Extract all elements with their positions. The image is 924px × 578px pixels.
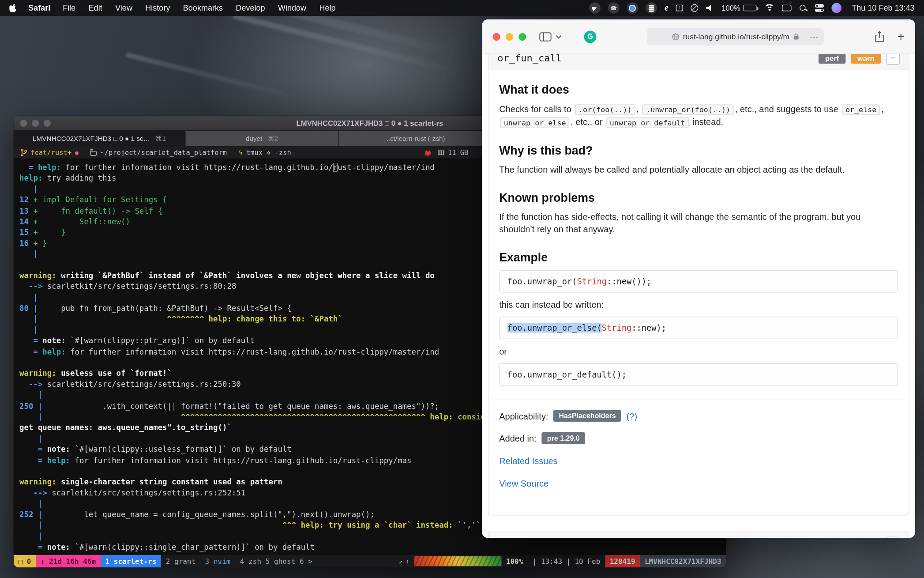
tmux-battery: 100% [501,555,528,567]
chevron-down-icon[interactable] [556,34,561,38]
added-in-label: Added in: [499,433,537,443]
lint-group-badge: perf [819,54,845,64]
zoom-button[interactable] [518,33,526,40]
tmux-hostname: LMVNHCC02X71XFJHD3 [640,555,726,567]
telegram-icon[interactable] [589,2,600,13]
added-in-row: Added in: pre 1.29.0 [499,432,898,444]
separator: | [566,557,571,566]
menu-edit[interactable]: Edit [82,4,109,12]
lint-card-or-fun-call: or_fun_call perf warn − What it does Che… [488,54,909,516]
view-source-link[interactable]: View Source [499,478,548,488]
session-name: tmux ⋄ -zsh [246,148,291,157]
known-problems-text: If the function has side-effects, not ca… [499,211,898,235]
close-button[interactable] [492,33,500,40]
collapse-button[interactable]: − [886,54,900,65]
lint-header: unnecessary_lazy_evaluations style warn … [488,531,909,538]
ladybug-icon[interactable] [425,150,431,155]
branch-name: feat/rust+ [30,148,71,157]
minimize-button[interactable] [32,119,39,126]
menu-develop[interactable]: Develop [229,4,272,12]
expand-button[interactable]: + [886,536,900,538]
minimize-button[interactable] [506,33,513,40]
git-branch-indicator[interactable]: feat/rust+ ● [21,148,79,157]
menu-window[interactable]: Window [271,4,313,12]
tmux-window-3[interactable]: 3 nvim [200,555,235,567]
display-icon[interactable] [782,5,792,11]
tmux-session-flag[interactable]: □ 0 [14,555,36,567]
separator: | [533,557,537,566]
what-it-does-heading: What it does [499,83,898,97]
tab-label: ..ct/learn-rust (-zsh) [387,135,445,142]
lint-group-badge: style [816,537,845,538]
menu-bar-clock[interactable]: Thu 10 Feb 13:43 [852,4,914,12]
lint-body: What it does Checks for calls to .or(foo… [488,70,909,515]
notes-app-icon[interactable] [646,2,657,13]
menu-history[interactable]: History [139,4,177,12]
new-tab-icon[interactable]: + [898,30,905,44]
tmux-window-active[interactable]: 1 scarlet-rs [101,555,161,567]
active-app-name[interactable]: Safari [23,4,56,12]
session-indicator[interactable]: ϟ tmux ⋄ -zsh [239,148,291,157]
battery-icon: ϟ [744,5,757,11]
ellipsis-icon[interactable]: ⋯ [810,32,819,41]
share-icon[interactable] [874,30,884,42]
wallpaper-streak [126,53,298,100]
memory-indicator[interactable]: 11 GB [438,148,468,157]
bolt-icon: ϟ [239,148,243,157]
tab-label: LMVNHCC02X71XFJHD3 □ 0 ● 1 sc… [33,135,150,142]
tab-shortcut: ⌘1 [155,135,166,143]
lint-card-unnecessary-lazy-evaluations: unnecessary_lazy_evaluations style warn … [488,531,909,538]
globe-app-icon[interactable] [627,2,638,13]
grammarly-icon[interactable]: G [584,30,596,43]
slash-circle-icon[interactable] [691,4,699,11]
what-it-does-text: Checks for calls to .or(foo(..)), .unwra… [499,102,898,128]
related-issues-link[interactable]: Related Issues [499,456,558,466]
menu-file[interactable]: File [56,4,82,12]
tmux-build-number: 128419 [605,555,640,567]
tmux-clock: | 13:43 | 10 Feb [528,555,605,567]
tmux-window-2[interactable]: 2 grant [161,555,200,567]
terminal-tab-1[interactable]: LMVNHCC02X71XFJHD3 □ 0 ● 1 sc… ⌘1 [14,131,186,147]
address-bar[interactable]: rust-lang.github.io/rust-clippy/m ⋯ [647,28,824,45]
apple-icon[interactable] [9,3,18,12]
lint-name: or_fun_call [497,54,562,64]
terminal-tab-2[interactable]: duyet ⌘2 [186,131,339,147]
menu-help[interactable]: Help [313,4,342,12]
why-bad-heading: Why is this bad? [499,144,898,158]
example-code-3: foo.unwrap_or_default(); [499,363,898,386]
terminal-tab-3[interactable]: ..ct/learn-rust (-zsh) [339,131,493,147]
menu-bookmarks[interactable]: Bookmarks [177,4,229,12]
tmux-date: 10 Feb [575,557,600,566]
battery-rainbow-meter [414,556,501,567]
example-alt-text: this can instead be written: [499,298,898,311]
tmux-uptime: ↑ 21d 16h 46m [36,555,101,567]
battery-percent: 100% [721,4,740,12]
sidebar-icon[interactable] [539,31,552,42]
example-heading: Example [499,251,898,264]
tmux-windows-rest[interactable]: 4 zsh 5 ghost 6 > [235,555,317,567]
network-arrows: ↗ ↑ [394,555,414,567]
menu-view[interactable]: View [109,4,139,12]
lock-icon [793,33,799,40]
siri-icon[interactable] [832,3,842,13]
volume-icon[interactable] [706,5,714,11]
zoom-button[interactable] [44,119,51,126]
cwd-indicator[interactable]: ~/project/scarlet_data_platform [90,148,227,157]
tmux-status-bar: □ 0 ↑ 21d 16h 46m 1 scarlet-rs 2 grant 3… [14,555,726,567]
cwd-path: ~/project/scarlet_data_platform [100,148,227,157]
e-app-icon[interactable]: e [665,3,669,13]
url-text: rust-lang.github.io/rust-clippy/m [683,32,789,41]
control-center-icon[interactable] [815,4,824,11]
example-or-text: or [499,345,898,357]
close-button[interactable] [20,119,27,126]
screen: Safari File Edit View History Bookmarks … [0,0,924,578]
memory-icon [438,150,444,155]
applicability-help-link[interactable]: (?) [627,411,637,421]
globe-icon [672,33,679,40]
battery-indicator[interactable]: 100% ϟ [721,4,757,12]
spotlight-icon[interactable] [799,4,808,12]
wifi-icon[interactable] [765,4,775,11]
tab-shortcut: ⌘2 [267,135,278,143]
upload-icon[interactable]: ↑ [676,5,683,11]
whatsapp-icon[interactable]: ☎ [608,2,619,13]
